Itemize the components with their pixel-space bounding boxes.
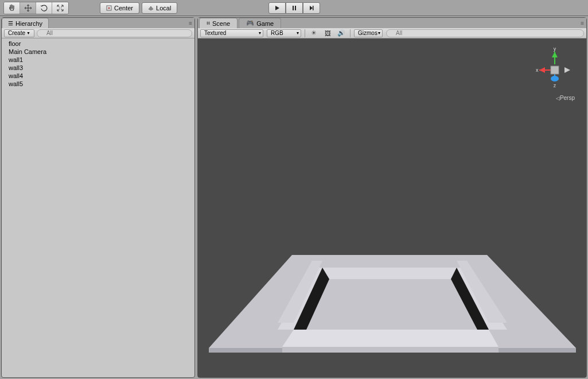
move-tool[interactable] xyxy=(20,2,36,14)
perspective-label[interactable]: ◁Persp xyxy=(556,95,575,101)
center-label: Center xyxy=(114,5,133,11)
center-icon xyxy=(106,5,112,11)
fx-toggle[interactable]: 🖼 xyxy=(322,29,333,37)
z-axis-label: z xyxy=(554,83,556,88)
hand-icon xyxy=(8,4,16,12)
create-button[interactable]: Create ▼ xyxy=(4,29,34,37)
svg-rect-4 xyxy=(313,6,314,10)
pause-icon xyxy=(291,5,297,11)
transform-tools xyxy=(3,2,69,14)
color-mode-dropdown[interactable]: RGB xyxy=(267,29,301,37)
hierarchy-item[interactable]: floor xyxy=(2,40,194,48)
svg-rect-6 xyxy=(551,66,559,74)
svg-point-1 xyxy=(108,7,110,9)
game-tab-icon: 🎮 xyxy=(246,20,254,27)
step-icon xyxy=(309,5,314,11)
scene-viewport[interactable]: y x z ◁Persp xyxy=(198,38,586,377)
game-tab[interactable]: 🎮 Game xyxy=(239,18,281,28)
hand-tool[interactable] xyxy=(4,2,20,14)
hierarchy-tab-label: Hierarchy xyxy=(15,20,42,27)
hierarchy-item[interactable]: Main Camera xyxy=(2,48,194,56)
audio-toggle[interactable]: 🔊 xyxy=(336,29,346,37)
play-controls xyxy=(268,2,320,14)
hierarchy-toolbar: Create ▼ 🔍 xyxy=(2,28,194,38)
hierarchy-icon: ☰ xyxy=(8,20,13,26)
hierarchy-search-input[interactable] xyxy=(37,29,192,37)
toolbar-separator xyxy=(350,29,351,37)
toolbar-separator xyxy=(305,29,305,37)
center-button[interactable]: Center xyxy=(100,2,139,14)
hierarchy-item[interactable]: wall1 xyxy=(2,56,194,64)
gizmos-label: Gizmos xyxy=(358,30,377,36)
move-icon xyxy=(24,4,32,12)
color-mode-value: RGB xyxy=(271,30,283,36)
local-label: Local xyxy=(156,5,171,11)
hierarchy-list: floor Main Camera wall1 wall3 wall4 wall… xyxy=(2,38,194,377)
scene-panel-menu-icon[interactable]: ≡ xyxy=(581,20,584,26)
scene-tab[interactable]: ⌗ Scene xyxy=(199,18,237,28)
scale-tool[interactable] xyxy=(52,2,68,14)
hierarchy-panel: ☰ Hierarchy ≡ Create ▼ 🔍 floor Main Came… xyxy=(1,17,195,378)
scene-panel: ⌗ Scene 🎮 Game ≡ Textured RGB ☀ 🖼 🔊 Gizm… xyxy=(197,17,587,378)
scene-tab-header: ⌗ Scene 🎮 Game xyxy=(198,18,586,28)
panel-menu-icon[interactable]: ≡ xyxy=(189,20,192,26)
create-label: Create xyxy=(8,30,25,36)
orientation-gizmo[interactable]: y x z xyxy=(535,47,575,93)
scene-toolbar: Textured RGB ☀ 🖼 🔊 Gizmos 🔍 xyxy=(198,28,586,38)
svg-rect-3 xyxy=(295,6,296,10)
game-tab-label: Game xyxy=(256,20,274,27)
play-button[interactable] xyxy=(268,2,286,14)
gizmos-dropdown[interactable]: Gizmos xyxy=(354,29,383,37)
main-area: ☰ Hierarchy ≡ Create ▼ 🔍 floor Main Came… xyxy=(0,16,588,379)
svg-marker-15 xyxy=(282,330,499,347)
pivot-controls: Center Local xyxy=(100,2,177,14)
local-button[interactable]: Local xyxy=(142,2,177,14)
rotate-tool[interactable] xyxy=(36,2,52,14)
hierarchy-search-wrap: 🔍 xyxy=(37,29,192,37)
render-mode-value: Textured xyxy=(204,30,226,36)
top-toolbar: Center Local xyxy=(0,0,588,16)
scene-geometry xyxy=(209,111,576,353)
svg-marker-9 xyxy=(312,268,467,279)
scene-search-input[interactable] xyxy=(386,29,584,37)
svg-marker-10 xyxy=(318,261,461,268)
hierarchy-item[interactable]: wall5 xyxy=(2,80,194,88)
chevron-down-icon: ▼ xyxy=(26,31,30,35)
render-mode-dropdown[interactable]: Textured xyxy=(200,29,263,37)
scene-tab-icon: ⌗ xyxy=(207,20,210,27)
pause-button[interactable] xyxy=(286,2,303,14)
scale-icon xyxy=(56,4,64,12)
hierarchy-item[interactable]: wall3 xyxy=(2,64,194,72)
hierarchy-item[interactable]: wall4 xyxy=(2,72,194,80)
local-icon xyxy=(148,5,154,11)
svg-marker-16 xyxy=(282,347,499,353)
scene-search-wrap: 🔍 xyxy=(386,29,584,37)
hierarchy-tab[interactable]: ☰ Hierarchy xyxy=(2,18,49,28)
hierarchy-tab-header: ☰ Hierarchy xyxy=(2,18,194,28)
step-button[interactable] xyxy=(303,2,320,14)
y-axis-label: y xyxy=(554,47,556,52)
rotate-icon xyxy=(40,4,48,12)
x-axis-label: x xyxy=(536,67,539,73)
play-icon xyxy=(274,5,280,11)
svg-rect-2 xyxy=(293,6,294,10)
lighting-toggle[interactable]: ☀ xyxy=(309,29,319,37)
scene-tab-label: Scene xyxy=(212,20,230,27)
